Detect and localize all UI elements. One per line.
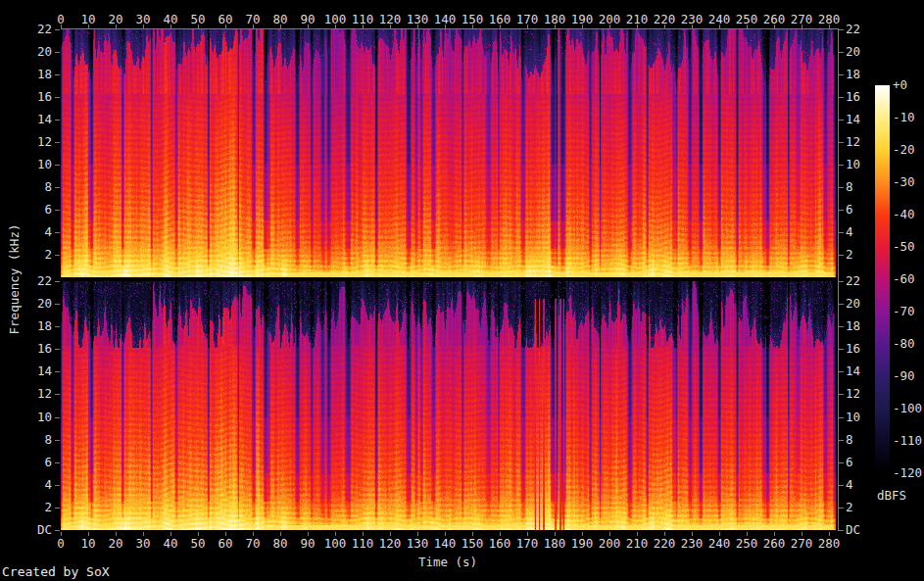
freq-tick-label-left: 22 [10,274,52,288]
freq-tick-label-left: DC [10,523,52,537]
freq-tick-right [839,74,844,75]
freq-tick-right [839,97,844,98]
freq-tick-label-right: 14 [846,113,860,126]
freq-tick-label-left: 18 [10,68,52,81]
colorbar-tick-label: -80 [893,337,915,351]
freq-tick-label-right: 8 [846,180,853,194]
freq-tick-label-left: 12 [10,387,52,401]
freq-tick-left [55,232,60,233]
freq-tick-right [839,462,844,463]
colorbar-tick-label: -90 [893,369,915,383]
freq-tick-left [55,530,60,531]
freq-tick-label-left: 22 [10,23,52,36]
freq-tick-left [55,485,60,486]
freq-tick-label-left: 12 [10,135,52,149]
freq-tick-label-right: 4 [846,225,853,239]
freq-tick-left [55,210,60,211]
freq-tick-left [55,508,60,508]
freq-tick-right [839,52,844,53]
freq-tick-label-right: 22 [846,23,860,36]
freq-tick-left [55,462,60,463]
time-tick-label-top: 280 [809,13,849,26]
freq-tick-label-left: 20 [10,45,52,59]
freq-tick-label-right: DC [846,523,860,537]
colorbar-tick-label: +0 [893,78,907,92]
freq-tick-label-right: 10 [846,158,860,171]
freq-tick-right [839,165,844,166]
freq-tick-label-right: 8 [846,433,853,447]
freq-tick-right [839,210,844,211]
freq-tick-left [55,74,60,75]
colorbar-tick-label: -110 [893,434,922,448]
freq-tick-label-right: 6 [846,203,853,217]
freq-tick-label-left: 14 [10,113,52,126]
freq-tick-label-right: 10 [846,411,860,424]
freq-tick-right [839,142,844,143]
freq-tick-label-right: 2 [846,248,853,262]
colorbar-tick-label: -120 [893,466,922,480]
freq-tick-label-left: 18 [10,319,52,333]
freq-tick-left [55,120,60,121]
spectrogram-channel-1 [61,29,836,277]
freq-tick-label-left: 6 [10,203,52,217]
colorbar-tick-label: -50 [893,240,915,254]
freq-tick-label-right: 2 [846,501,853,514]
freq-tick-right [839,349,844,350]
colorbar-tick-label: -100 [893,402,922,415]
freq-tick-label-left: 14 [10,364,52,378]
freq-tick-right [839,485,844,486]
freq-tick-left [55,187,60,188]
freq-tick-label-right: 12 [846,135,860,149]
freq-tick-left [55,142,60,143]
colorbar-unit-label: dBFS [875,488,908,503]
sox-spectrogram-window: dBFS Time (s) Frequency (kHz) Created by… [0,0,924,581]
freq-tick-label-right: 16 [846,90,860,104]
freq-tick-right [839,232,844,233]
freq-tick-right [839,281,844,282]
freq-tick-right [839,187,844,188]
freq-tick-label-left: 16 [10,90,52,104]
spectrogram-channel-2 [61,281,836,530]
freq-tick-right [839,394,844,395]
freq-tick-left [55,417,60,418]
freq-tick-label-left: 8 [10,433,52,447]
freq-tick-left [55,97,60,98]
freq-tick-right [839,440,844,441]
freq-tick-label-right: 12 [846,387,860,401]
freq-tick-right [839,326,844,327]
freq-tick-left [55,29,60,30]
colorbar-tick-label: -60 [893,272,915,286]
freq-tick-right [839,29,844,30]
freq-tick-left [55,326,60,327]
freq-tick-left [55,440,60,441]
colorbar-tick-label: -40 [893,208,915,221]
freq-tick-label-right: 22 [846,274,860,288]
freq-tick-label-right: 20 [846,45,860,59]
freq-tick-left [55,304,60,305]
freq-tick-right [839,417,844,418]
time-axis-title: Time (s) [350,555,546,569]
freq-tick-label-left: 10 [10,411,52,424]
freq-tick-label-left: 20 [10,297,52,311]
freq-tick-right [839,508,844,508]
colorbar-tick-label: -30 [893,175,915,189]
freq-tick-label-left: 4 [10,478,52,492]
colorbar-gradient [875,85,890,473]
freq-tick-left [55,255,60,256]
freq-tick-label-left: 16 [10,342,52,356]
colorbar-tick-label: -20 [893,143,915,157]
freq-tick-left [55,394,60,395]
top-axis-line [61,28,839,29]
freq-tick-label-right: 20 [846,297,860,311]
freq-tick-label-right: 16 [846,342,860,356]
sox-credit: Created by SoX [2,564,110,579]
freq-tick-label-right: 6 [846,456,853,469]
freq-tick-right [839,530,844,531]
freq-tick-right [839,255,844,256]
time-tick-label-bottom: 280 [809,537,849,551]
freq-tick-label-right: 4 [846,478,853,492]
freq-tick-label-right: 18 [846,319,860,333]
freq-tick-label-left: 6 [10,456,52,469]
freq-tick-label-right: 14 [846,364,860,378]
freq-tick-left [55,371,60,372]
